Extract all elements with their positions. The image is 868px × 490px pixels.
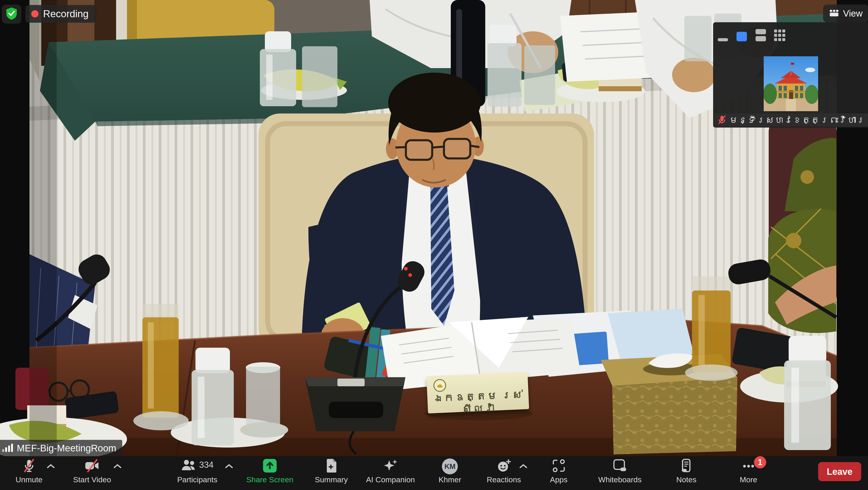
speaker-view-button[interactable]	[737, 32, 747, 42]
meeting-toolbar: Unmute Start Video	[0, 456, 868, 490]
whiteboards-button[interactable]: Whiteboards	[598, 458, 642, 484]
security-shield-button[interactable]	[2, 4, 21, 24]
more-notification-badge: 1	[754, 456, 766, 468]
ai-companion-button[interactable]: AI Companion	[366, 458, 415, 484]
participant-name: មន្ទីរសហវខេត្តព្រះវិហារ	[729, 115, 865, 125]
participant-tile[interactable]	[764, 56, 818, 111]
participants-count: 334	[199, 458, 213, 471]
self-view-name: MEF-Big-MeetingRoom	[17, 443, 116, 454]
summary-button[interactable]: Summary	[315, 458, 348, 484]
edge-shade	[29, 0, 57, 456]
view-button[interactable]: View	[823, 4, 868, 22]
start-video-label: Start Video	[73, 475, 111, 484]
recording-label: Recording	[43, 8, 89, 20]
self-view-label: MEF-Big-MeetingRoom	[0, 440, 122, 457]
khmer-label: Khmer	[438, 475, 461, 484]
khmer-account-button[interactable]: KM Khmer	[438, 458, 461, 484]
share-screen-button[interactable]: Share Screen	[246, 458, 293, 484]
notepad-icon	[680, 458, 693, 475]
leave-button[interactable]: Leave	[818, 462, 861, 481]
avatar: KM	[442, 458, 458, 474]
gallery-view-button[interactable]	[774, 29, 785, 42]
layout-grid-icon	[829, 8, 839, 19]
notes-label: Notes	[676, 475, 696, 484]
people-icon	[181, 458, 196, 474]
signal-bars-icon	[2, 442, 13, 454]
zoom-meeting-window: ឯកឧត្តម រស់ សីលវ៉ា Recording View	[0, 0, 868, 490]
more-label: More	[740, 475, 757, 484]
apps-label: Apps	[550, 475, 567, 484]
camera-muted-icon	[84, 458, 100, 475]
ai-companion-label: AI Companion	[366, 475, 415, 484]
recording-indicator: Recording	[25, 5, 96, 23]
participants-options-chevron[interactable]	[224, 463, 234, 470]
apps-button[interactable]: Apps	[550, 458, 567, 484]
whiteboard-icon	[613, 458, 627, 475]
notes-button[interactable]: Notes	[676, 458, 696, 484]
provincial-building-photo	[764, 56, 818, 111]
share-screen-label: Share Screen	[246, 475, 293, 484]
unmute-button[interactable]: Unmute	[16, 458, 42, 484]
mic-muted-icon	[22, 458, 36, 475]
reactions-button[interactable]: Reactions	[487, 458, 521, 484]
participants-label: Participants	[177, 475, 217, 484]
mic-off-icon	[718, 115, 726, 125]
smiley-plus-icon	[497, 458, 511, 475]
name-card-text: ឯកឧត្តម រស់ សីលវ៉ា	[427, 388, 529, 417]
minimize-view-button[interactable]	[718, 38, 728, 42]
whiteboards-label: Whiteboards	[598, 475, 642, 484]
reactions-options-chevron[interactable]	[519, 463, 528, 470]
apps-icon	[552, 458, 566, 475]
reactions-label: Reactions	[487, 475, 521, 484]
doc-sparkle-icon	[325, 458, 338, 475]
summary-label: Summary	[315, 475, 348, 484]
sparkle-icon	[383, 458, 398, 475]
recording-dot	[31, 10, 38, 18]
unmute-options-chevron[interactable]	[46, 463, 55, 470]
shield-check-icon	[5, 7, 18, 21]
start-video-button[interactable]: Start Video	[73, 458, 111, 484]
leave-label: Leave	[827, 467, 852, 477]
video-options-chevron[interactable]	[113, 463, 122, 470]
more-button[interactable]: 1 More	[740, 458, 757, 484]
unmute-label: Unmute	[16, 475, 42, 484]
ministry-emblem-icon	[433, 379, 447, 393]
participant-name-label: មន្ទីរសហវខេត្តព្រះវិហារ	[715, 113, 868, 127]
share-up-arrow-icon	[262, 458, 277, 475]
view-button-label: View	[843, 8, 863, 19]
ellipsis-icon: 1	[741, 458, 756, 475]
view-options-panel: មន្ទីរសហវខេត្តព្រះវិហារ	[713, 22, 868, 127]
stacked-view-button[interactable]	[755, 29, 766, 42]
desk-name-card: ឯកឧត្តម រស់ សីលវ៉ា	[427, 372, 529, 413]
participants-button[interactable]: 334 Participants	[177, 458, 217, 484]
